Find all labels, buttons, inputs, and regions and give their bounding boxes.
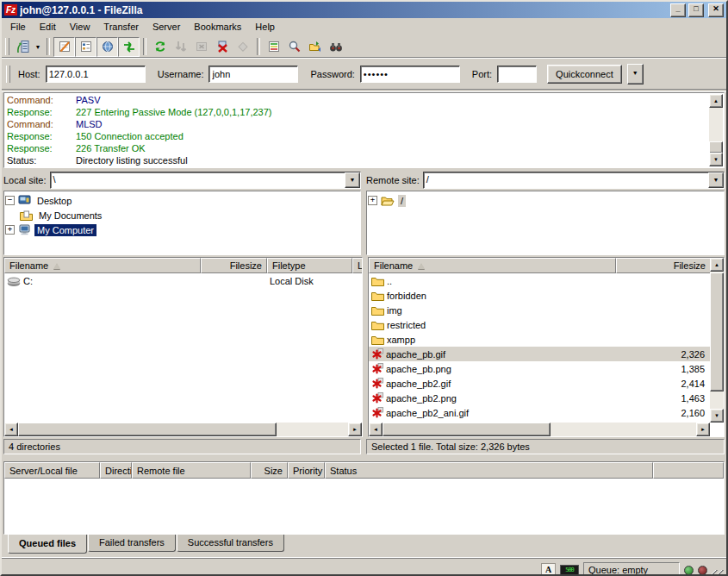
toggle-message-log-button[interactable]	[53, 37, 75, 57]
remote-site-bar: Remote site: / ▼	[366, 172, 725, 191]
local-list-rows[interactable]: C: Local Disk	[4, 273, 362, 423]
tree-item-desktop[interactable]: − Desktop	[5, 193, 359, 208]
scroll-down-arrow[interactable]: ▼	[710, 409, 724, 423]
tree-item-my-documents[interactable]: My Documents	[5, 208, 359, 222]
speed-limit-icon[interactable]: 500	[560, 565, 579, 576]
title-bar[interactable]: Fz john@127.0.0.1 - FileZilla _ □ ✕	[2, 2, 726, 18]
expand-icon[interactable]: +	[368, 196, 377, 205]
column-header-filetype[interactable]: Filetype	[267, 258, 352, 273]
tab-queued-files[interactable]: Queued files	[8, 535, 87, 554]
remote-vertical-scrollbar[interactable]: ▲ ▼	[710, 258, 724, 423]
password-input[interactable]	[360, 66, 460, 83]
abort-button[interactable]	[233, 37, 253, 56]
find-files-button[interactable]	[326, 37, 346, 56]
remote-tree[interactable]: + /	[366, 191, 725, 255]
column-header-priority[interactable]: Priority	[288, 462, 325, 479]
resize-grip[interactable]	[712, 570, 724, 576]
collapse-icon[interactable]: −	[5, 196, 15, 205]
column-header-remote-file[interactable]: Remote file	[132, 462, 251, 479]
remote-site-combo[interactable]: / ▼	[423, 172, 725, 189]
scroll-thumb[interactable]	[709, 141, 723, 153]
menu-help[interactable]: Help	[248, 19, 282, 34]
filezilla-logo-icon: Fz	[4, 4, 17, 16]
local-tree[interactable]: − Desktop My Documents + My Computer	[3, 191, 361, 255]
menu-file[interactable]: File	[3, 19, 33, 34]
process-queue-button[interactable]	[171, 37, 191, 56]
message-log[interactable]: Command:PASV Response:227 Entering Passi…	[3, 92, 725, 168]
site-manager-dropdown[interactable]: ▼	[33, 37, 43, 56]
column-header-server-local-file[interactable]: Server/Local file	[4, 462, 100, 479]
maximize-button[interactable]: □	[688, 3, 704, 17]
column-header-filesize[interactable]: Filesize	[616, 258, 711, 273]
column-header-size[interactable]: Size	[251, 462, 288, 479]
cancel-operation-button[interactable]	[191, 37, 212, 56]
file-row[interactable]: apache_pb.png 1,385	[369, 361, 724, 376]
file-row[interactable]: img	[369, 303, 724, 317]
scroll-right-arrow[interactable]: ►	[696, 423, 710, 436]
file-row[interactable]: C: Local Disk	[4, 273, 362, 288]
minimize-button[interactable]: _	[670, 3, 686, 17]
quickconnect-grip[interactable]	[6, 66, 10, 83]
scroll-thumb[interactable]	[710, 272, 724, 391]
local-site-combo[interactable]: \ ▼	[50, 172, 361, 189]
toggle-remote-tree-button[interactable]	[96, 37, 118, 57]
username-input[interactable]	[208, 66, 298, 83]
file-row[interactable]: restricted	[369, 317, 724, 332]
scroll-left-arrow[interactable]: ◄	[369, 423, 383, 436]
file-row[interactable]: forbidden	[369, 288, 724, 303]
remote-list-rows[interactable]: .. forbidden img restricted xampp	[369, 273, 724, 423]
remote-horizontal-scrollbar[interactable]: ◄ ►	[369, 423, 710, 436]
file-row[interactable]: xampp	[369, 332, 724, 347]
menu-edit[interactable]: Edit	[33, 19, 63, 34]
quickconnect-dropdown[interactable]: ▼	[627, 64, 644, 85]
column-header-direction[interactable]: Directi...	[100, 462, 132, 479]
toolbar-grip[interactable]	[5, 38, 9, 55]
close-button[interactable]: ✕	[708, 3, 724, 17]
chevron-down-icon[interactable]: ▼	[345, 172, 360, 188]
transfer-type-ascii-icon[interactable]: A	[541, 563, 556, 576]
toggle-local-tree-button[interactable]	[75, 37, 96, 57]
local-horizontal-scrollbar[interactable]: ◄ ►	[4, 423, 362, 436]
scroll-thumb[interactable]	[18, 423, 277, 436]
scroll-up-arrow[interactable]: ▲	[709, 94, 723, 108]
queue-body[interactable]	[4, 479, 724, 534]
horizontal-splitter[interactable]	[2, 454, 726, 461]
tab-failed-transfers[interactable]: Failed transfers	[88, 535, 176, 552]
host-input[interactable]	[46, 66, 146, 83]
tree-item-my-computer[interactable]: + My Computer	[5, 222, 359, 237]
scroll-thumb[interactable]	[383, 423, 551, 436]
synchronized-browsing-button[interactable]	[305, 37, 326, 56]
scroll-up-arrow[interactable]: ▲	[710, 258, 724, 272]
toggle-transfer-queue-button[interactable]	[118, 37, 140, 57]
tree-item-root[interactable]: + /	[368, 193, 723, 208]
site-manager-button[interactable]	[12, 37, 33, 56]
refresh-button[interactable]	[150, 37, 171, 56]
tab-successful-transfers[interactable]: Successful transfers	[177, 535, 284, 552]
expand-icon[interactable]: +	[5, 225, 15, 235]
disconnect-button[interactable]	[212, 37, 233, 56]
column-header-filesize[interactable]: Filesize	[201, 258, 267, 273]
directory-comparison-button[interactable]	[264, 37, 284, 56]
scroll-right-arrow[interactable]: ►	[348, 423, 362, 436]
column-header-status[interactable]: Status	[325, 462, 653, 479]
column-header-lastmodified[interactable]: L	[352, 258, 363, 273]
port-input[interactable]	[497, 66, 537, 83]
column-header-filename[interactable]: Filename	[4, 258, 201, 273]
column-header-filename[interactable]: Filename	[369, 258, 616, 273]
chevron-down-icon[interactable]: ▼	[708, 172, 724, 188]
file-row-selected[interactable]: apache_pb.gif 2,326	[369, 347, 724, 361]
scroll-left-arrow[interactable]: ◄	[4, 423, 18, 436]
log-label: Status:	[4, 154, 76, 166]
file-row[interactable]: ..	[369, 273, 724, 288]
file-row[interactable]: apache_pb2_ani.gif 2,160	[369, 405, 724, 420]
filename-filters-button[interactable]	[284, 37, 305, 56]
menu-view[interactable]: View	[63, 19, 97, 34]
file-row[interactable]: apache_pb2.gif 2,414	[369, 376, 724, 391]
menu-transfer[interactable]: Transfer	[96, 19, 146, 34]
quickconnect-button[interactable]: Quickconnect	[547, 65, 622, 84]
menu-bookmarks[interactable]: Bookmarks	[187, 19, 248, 34]
menu-server[interactable]: Server	[146, 19, 187, 34]
file-row[interactable]: apache_pb2.png 1,463	[369, 391, 724, 405]
log-vertical-scrollbar[interactable]: ▲ ▼	[709, 94, 723, 166]
scroll-down-arrow[interactable]: ▼	[709, 153, 723, 166]
